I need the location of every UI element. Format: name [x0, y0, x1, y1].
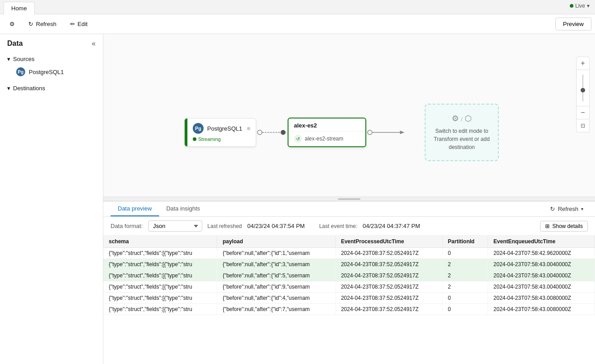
bottom-refresh-icon: ↻: [550, 206, 555, 212]
dest-hint-icons: ⚙ / ⬡: [433, 114, 491, 123]
sidebar-title: Data: [7, 39, 23, 48]
drag-handle-icon: [338, 198, 360, 200]
data-format-row: Data format: Json CSV Raw Last refreshed…: [103, 217, 595, 236]
table-cell: {"type":"struct","fields":[{"type":"stru: [103, 304, 217, 315]
table-cell: 2024-04-23T07:58:43.0040000Z: [488, 281, 595, 293]
refresh-button[interactable]: ↻ Refresh: [22, 18, 62, 31]
edit-icon: ✏: [70, 21, 75, 27]
sources-label: Sources: [13, 56, 35, 62]
sidebar: Data « ▾ Sources Pg PostgreSQL1 ▾ Destin…: [0, 34, 103, 364]
chevron-down-icon: ▾: [7, 56, 10, 62]
zoom-slider[interactable]: [582, 70, 583, 106]
chevron-right-icon: ▾: [7, 85, 10, 92]
main-layout: Data « ▾ Sources Pg PostgreSQL1 ▾ Destin…: [0, 34, 595, 364]
zoom-in-button[interactable]: +: [577, 57, 589, 70]
tab-bar: Home Live ▾: [0, 0, 595, 14]
table-cell: 2024-04-23T08:37:52.0524917Z: [335, 270, 442, 281]
postgres-node-content: Pg PostgreSQL1 ≡ Streaming: [187, 118, 256, 146]
svg-point-3: [368, 130, 372, 135]
table-cell: {"before":null,"after":{"id":4,"usernam: [217, 293, 335, 304]
canvas-area[interactable]: + − ⊡: [103, 34, 595, 197]
tab-data-preview[interactable]: Data preview: [111, 202, 159, 216]
postgres-node-title: PostgreSQL1: [207, 125, 242, 132]
sources-header[interactable]: ▾ Sources: [0, 53, 103, 65]
fit-view-button[interactable]: ⊡: [577, 119, 589, 132]
connector-svg-1: [256, 128, 288, 137]
preview-button[interactable]: Preview: [555, 18, 591, 31]
sidebar-header: Data «: [0, 34, 103, 51]
table-cell: {"type":"struct","fields":[{"type":"stru: [103, 281, 217, 293]
table-cell: {"before":null,"after":{"id":3,"usernam: [217, 259, 335, 270]
svg-marker-5: [400, 131, 404, 134]
postgres-node[interactable]: Pg PostgreSQL1 ≡ Streaming: [184, 118, 256, 147]
col-header-partition: PartitionId: [442, 236, 488, 248]
table-cell: {"type":"struct","fields":[{"type":"stru: [103, 248, 217, 259]
destinations-header[interactable]: ▾ Destinations: [0, 82, 103, 94]
bottom-refresh-chevron-icon: ▾: [581, 206, 583, 211]
table-cell: 0: [442, 293, 488, 304]
live-label: Live: [575, 3, 585, 9]
edit-button[interactable]: ✏ Edit: [64, 18, 93, 31]
table-cell: 2: [442, 281, 488, 293]
postgres-node-icon: Pg: [193, 123, 204, 134]
svg-point-2: [281, 130, 285, 135]
gear-button[interactable]: ⚙: [4, 18, 21, 31]
table-header-row: schema payload EventProcessedUtcTime Par…: [103, 236, 595, 248]
table-cell: 2: [442, 270, 488, 281]
status-dot-icon: [193, 137, 196, 141]
destinations-label: Destinations: [13, 85, 45, 92]
destination-hint: ⚙ / ⬡ Switch to edit mode to Transform e…: [425, 104, 499, 161]
table-row: {"type":"struct","fields":[{"type":"stru…: [103, 259, 595, 270]
destinations-section: ▾ Destinations: [0, 80, 103, 96]
data-table-wrapper[interactable]: schema payload EventProcessedUtcTime Par…: [103, 236, 595, 364]
dest-hint-text: Switch to edit mode to Transform event o…: [433, 127, 491, 151]
connector-svg-2: [366, 128, 407, 137]
table-cell: 2024-04-23T08:37:52.0524917Z: [335, 248, 442, 259]
table-cell: {"type":"struct","fields":[{"type":"stru: [103, 270, 217, 281]
format-select[interactable]: Json CSV Raw: [148, 220, 202, 232]
bottom-panel: Data preview Data insights ↻ Refresh ▾ D…: [103, 201, 595, 364]
es2-node[interactable]: alex-es2 ↺ alex-es2-stream: [288, 118, 366, 147]
last-event-value: 04/23/24 04:37:47 PM: [363, 223, 420, 229]
table-cell: 2024-04-23T07:58:43.0040000Z: [488, 259, 595, 270]
show-details-label: Show details: [552, 223, 583, 229]
postgres-node-status: Streaming: [193, 136, 250, 142]
gear-icon: ⚙: [9, 21, 15, 27]
table-cell: 2024-04-23T07:58:43.0040000Z: [488, 270, 595, 281]
bottom-refresh-label: Refresh: [558, 206, 578, 212]
bottom-refresh-button[interactable]: ↻ Refresh ▾: [546, 204, 588, 214]
col-header-schema: schema: [103, 236, 217, 248]
table-cell: 2024-04-23T07:58:43.0080000Z: [488, 304, 595, 315]
last-refreshed-value: 04/23/24 04:37:54 PM: [247, 223, 305, 229]
table-row: {"type":"struct","fields":[{"type":"stru…: [103, 281, 595, 293]
table-row: {"type":"struct","fields":[{"type":"stru…: [103, 270, 595, 281]
show-details-button[interactable]: ⊞ Show details: [540, 221, 588, 232]
table-cell: 2024-04-23T08:37:52.0524917Z: [335, 304, 442, 315]
table-cell: 2024-04-23T07:58:42.9620000Z: [488, 248, 595, 259]
edit-label: Edit: [78, 21, 88, 27]
format-label: Data format:: [111, 223, 143, 229]
home-tab[interactable]: Home: [4, 2, 35, 14]
tab-data-insights[interactable]: Data insights: [159, 202, 207, 216]
show-details-icon: ⊞: [545, 223, 550, 229]
data-table: schema payload EventProcessedUtcTime Par…: [103, 236, 595, 315]
col-header-event-processed: EventProcessedUtcTime: [335, 236, 442, 248]
table-row: {"type":"struct","fields":[{"type":"stru…: [103, 293, 595, 304]
panel-divider[interactable]: [103, 197, 595, 201]
live-badge: Live ▾: [570, 3, 590, 9]
table-cell: {"type":"struct","fields":[{"type":"stru: [103, 293, 217, 304]
postgresql1-label: PostgreSQL1: [29, 69, 64, 75]
sources-section: ▾ Sources Pg PostgreSQL1: [0, 51, 103, 80]
table-cell: 2: [442, 259, 488, 270]
last-event-label: Last event time:: [319, 223, 357, 229]
node-menu-icon[interactable]: ≡: [247, 125, 250, 132]
sidebar-item-postgresql1[interactable]: Pg PostgreSQL1: [0, 65, 103, 79]
refresh-icon: ↻: [28, 21, 33, 27]
stream-icon: ↺: [294, 135, 302, 143]
table-cell: {"before":null,"after":{"id":7,"usernam: [217, 304, 335, 315]
postgres-small-icon: Pg: [16, 67, 25, 76]
col-header-event-enqueued: EventEnqueuedUtcTime: [488, 236, 595, 248]
collapse-icon[interactable]: «: [92, 39, 96, 48]
live-chevron-icon[interactable]: ▾: [587, 3, 590, 9]
zoom-out-button[interactable]: −: [577, 106, 589, 119]
